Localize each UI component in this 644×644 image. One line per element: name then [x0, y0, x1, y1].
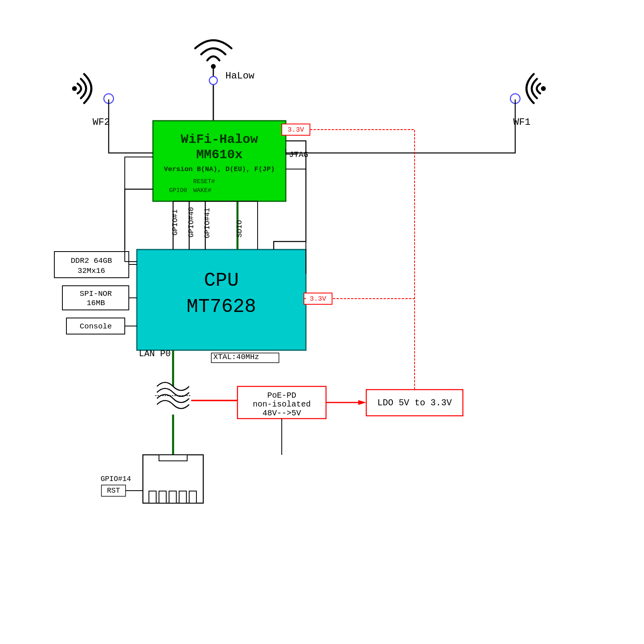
wifi-halow-label-line1: WiFi-Halow: [181, 132, 258, 147]
voltage-33-2: 3.3V: [310, 295, 327, 303]
svg-rect-32: [179, 491, 186, 503]
svg-point-3: [209, 76, 217, 85]
wifi-halow-version: Version B(NA), D(EU), F(JP): [164, 165, 275, 173]
ddr2-label-line1: DDR2 64GB: [71, 256, 112, 265]
diagram-container: HaLow WF2 WF1: [0, 0, 644, 644]
gpio1-label: GPIO#1: [171, 209, 179, 235]
wake-label: WAKE#: [193, 187, 211, 194]
ddr2-label-line2: 32Mx16: [78, 266, 105, 275]
wf2-label: WF2: [93, 117, 110, 128]
wf1-label: WF1: [513, 117, 530, 128]
ldo-label: LDO 5V to 3.3V: [378, 398, 452, 408]
cpu-label-line1: CPU: [204, 270, 239, 291]
poe-pd-label-line3: 48V-->5V: [262, 409, 301, 418]
xtal-label: XTAL:40MHz: [213, 353, 259, 361]
gpio40-label: GPIO#40: [187, 207, 195, 237]
gpio14-label: GPIO#14: [101, 475, 131, 483]
lan-p0-label: LAN P0: [139, 349, 171, 359]
svg-rect-31: [169, 491, 176, 503]
svg-point-6: [541, 86, 546, 91]
poe-pd-label-line2: non-isolated: [253, 400, 311, 409]
svg-rect-33: [189, 491, 196, 503]
poe-pd-label-line1: PoE-PD: [267, 391, 296, 400]
gpio41-label: GPIO#41: [203, 208, 211, 238]
rst-label: RST: [107, 487, 120, 495]
console-label: Console: [80, 322, 112, 331]
svg-rect-30: [159, 491, 166, 503]
svg-point-4: [72, 86, 77, 91]
spi-nor-label-line1: SPI-NOR: [80, 289, 112, 298]
reset-label: RESET#: [193, 178, 215, 185]
halow-label: HaLow: [225, 70, 255, 81]
cpu-label-line2: MT7628: [187, 296, 256, 318]
svg-point-1: [211, 64, 216, 69]
voltage-33-1: 3.3V: [288, 126, 305, 134]
spi-nor-label-line2: 16MB: [87, 299, 105, 308]
gpio0-label: GPIO0: [169, 187, 187, 194]
wifi-halow-label-line2: MM610x: [196, 147, 242, 162]
sdio-label: SDIO: [235, 220, 244, 237]
svg-rect-29: [149, 491, 156, 503]
svg-rect-28: [159, 455, 187, 461]
